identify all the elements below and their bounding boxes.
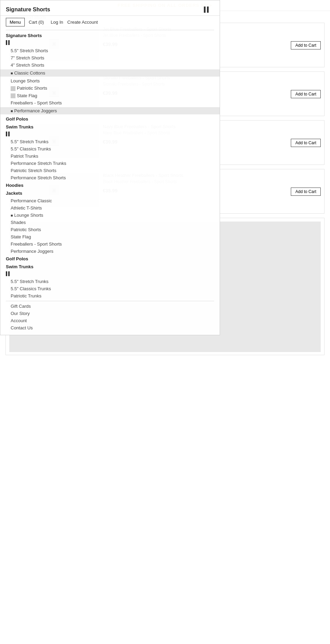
nav-item-55-stretch-shorts[interactable]: 5.5" Stretch Shorts bbox=[0, 47, 220, 54]
swim2-pause-right bbox=[8, 271, 10, 276]
nav-item-contact-us[interactable]: Contact Us bbox=[0, 324, 220, 331]
nav-item-performance-joggers[interactable]: ■ Performance Joggers bbox=[0, 107, 220, 114]
page-wrapper: Signature Shorts Menu Cart (0) Log In Cr… bbox=[0, 0, 330, 359]
nav-item-performance-stretch-trunks[interactable]: Performance Stretch Trunks bbox=[0, 160, 220, 167]
nav-item-gift-cards[interactable]: Gift Cards bbox=[0, 303, 220, 310]
sub-pause-right bbox=[8, 40, 10, 45]
nav-item-perf-classic[interactable]: Performance Classic bbox=[0, 197, 220, 204]
nav-item-4-stretch-shorts[interactable]: 4" Stretch Shorts bbox=[0, 61, 220, 69]
nav-divider-top bbox=[6, 30, 214, 30]
icon-state-flag bbox=[11, 93, 15, 98]
nav-item-patriotic-stretch-shorts[interactable]: Patriotic Stretch Shorts bbox=[0, 167, 220, 174]
swim-pause-right bbox=[8, 132, 10, 136]
swim-pause-left bbox=[6, 132, 7, 136]
nav-item-patriot-trunks[interactable]: Patriot Trunks bbox=[0, 152, 220, 160]
nav-item-shades[interactable]: Shades bbox=[0, 219, 220, 226]
log-in-link[interactable]: Log In bbox=[51, 20, 63, 25]
icon-patriotic bbox=[11, 86, 15, 91]
nav-item-55-stretch-trunks-2[interactable]: 5.5" Stretch Trunks bbox=[0, 278, 220, 285]
nav-divider-bottom bbox=[6, 301, 214, 301]
nav-section-jackets[interactable]: Jackets bbox=[0, 189, 220, 197]
nav-logo[interactable]: Signature Shorts bbox=[6, 7, 204, 13]
nav-section-golf-polos-2[interactable]: Golf Polos bbox=[0, 255, 220, 263]
nav-item-freeballers-2[interactable]: Freeballers - Sport Shorts bbox=[0, 240, 220, 248]
nav-section-hoodies[interactable]: Hoodies bbox=[0, 181, 220, 189]
sub-pause-left bbox=[6, 40, 7, 45]
pause-bar-left bbox=[204, 7, 206, 13]
nav-item-athletic-tshirts[interactable]: Athletic T-Shirts bbox=[0, 204, 220, 212]
cart-link[interactable]: Cart (0) bbox=[29, 20, 44, 25]
swim2-pause-left bbox=[6, 271, 7, 276]
nav-item-55-stretch-trunks[interactable]: 5.5" Stretch Trunks bbox=[0, 138, 220, 145]
add-to-cart-2[interactable]: Add to Cart bbox=[291, 139, 321, 147]
nav-item-patriotic-shorts-2[interactable]: Patriotic Shorts bbox=[0, 226, 220, 233]
nav-item-classic-cottons[interactable]: ■ Classic Cottons bbox=[0, 69, 220, 77]
pause-bar-right bbox=[207, 7, 209, 13]
nav-item-patriotic-trunks-2[interactable]: Patriotic Trunks bbox=[0, 292, 220, 300]
nav-item-lounge-shorts[interactable]: Lounge Shorts bbox=[0, 77, 220, 84]
nav-section-signature-shorts[interactable]: Signature Shorts bbox=[0, 32, 220, 39]
nav-section-swim-trunks[interactable]: Swim Trunks bbox=[0, 123, 220, 131]
nav-item-lounge-shorts-2[interactable]: ■ Lounge Shorts bbox=[0, 212, 220, 219]
nav-header: Signature Shorts bbox=[0, 4, 220, 16]
pause-icon bbox=[204, 7, 209, 13]
nav-item-7-stretch-shorts[interactable]: 7" Stretch Shorts bbox=[0, 54, 220, 61]
add-to-cart-0[interactable]: Add to Cart bbox=[291, 41, 321, 49]
nav-item-performance-joggers-2[interactable]: Performance Joggers bbox=[0, 248, 220, 255]
nav-item-55-classics-trunks[interactable]: 5.5" Classics Trunks bbox=[0, 145, 220, 152]
nav-item-patriotic-shorts[interactable]: Patriotic Shorts bbox=[0, 84, 220, 92]
nav-item-account[interactable]: Account bbox=[0, 317, 220, 324]
nav-item-performance-stretch-shorts[interactable]: Performance Stretch Shorts bbox=[0, 174, 220, 181]
nav-section-golf-polos[interactable]: Golf Polos bbox=[0, 115, 220, 123]
nav-item-our-story[interactable]: Our Story bbox=[0, 310, 220, 317]
nav-item-state-flag-2[interactable]: State Flag bbox=[0, 233, 220, 240]
nav-overlay: Signature Shorts Menu Cart (0) Log In Cr… bbox=[0, 0, 220, 335]
menu-button[interactable]: Menu bbox=[6, 18, 25, 26]
nav-item-state-flag[interactable]: State Flag bbox=[0, 92, 220, 100]
nav-item-freeballers-sport[interactable]: Freeballers - Sport Shorts bbox=[0, 99, 220, 106]
add-to-cart-1[interactable]: Add to Cart bbox=[291, 90, 321, 98]
add-to-cart-3[interactable]: Add to Cart bbox=[291, 188, 321, 196]
nav-item-55-classics-trunks-2[interactable]: 5.5" Classics Trunks bbox=[0, 285, 220, 292]
nav-section-swim-trunks-2[interactable]: Swim Trunks bbox=[0, 263, 220, 271]
create-account-link[interactable]: Create Account bbox=[67, 20, 98, 25]
